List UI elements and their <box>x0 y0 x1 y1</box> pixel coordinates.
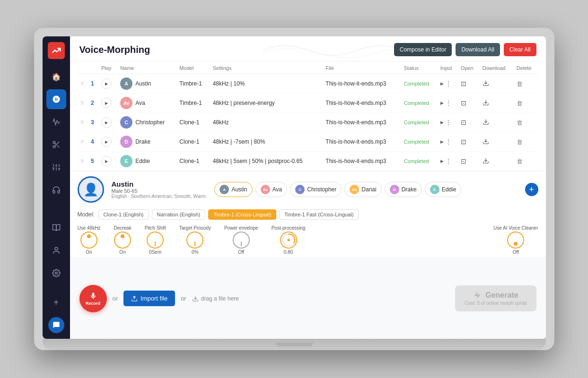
voice-tab-eddie[interactable]: E Eddie <box>425 182 462 197</box>
sidebar-item-headphones[interactable] <box>46 180 66 200</box>
row-download[interactable] <box>480 94 514 113</box>
download-icon[interactable] <box>483 119 489 127</box>
row-download[interactable] <box>480 113 514 132</box>
row-play[interactable]: ▶ <box>98 113 117 132</box>
voice-tab-danai[interactable]: Da Danai <box>344 182 381 197</box>
row-input[interactable]: ▶ ⋮ <box>438 113 458 132</box>
control-target-prosody-knob[interactable] <box>186 232 203 249</box>
row-delete[interactable]: 🗑 <box>514 94 538 113</box>
delete-icon[interactable]: 🗑 <box>517 80 523 87</box>
input-play-icon[interactable]: ▶ <box>440 81 444 86</box>
play-button-2[interactable]: ▶ <box>101 117 112 128</box>
model-btn-timbre-1-(cross-lingual)[interactable]: Timbre-1 (Cross-Lingual) <box>208 209 276 220</box>
download-icon[interactable] <box>483 100 489 107</box>
voice-description: English · Southern-American, Smooth, War… <box>112 194 207 199</box>
input-dots-icon[interactable]: ⋮ <box>446 158 451 164</box>
input-dots-icon[interactable]: ⋮ <box>446 80 451 87</box>
row-open[interactable]: ⊡ <box>458 74 480 94</box>
play-button-4[interactable]: ▶ <box>101 156 112 166</box>
sidebar-item-waveform[interactable] <box>46 112 66 132</box>
voice-tab-austin[interactable]: A Austin <box>214 182 252 197</box>
row-delete[interactable]: 🗑 <box>514 152 538 171</box>
row-play[interactable]: ▶ <box>98 132 117 152</box>
sidebar-item-scissors[interactable] <box>46 135 66 155</box>
delete-icon[interactable]: 🗑 <box>517 138 523 146</box>
row-open[interactable]: ⊡ <box>458 94 480 113</box>
sidebar-item-home[interactable]: 🏠 <box>46 67 66 86</box>
control-power-envelope-knob[interactable] <box>233 232 250 249</box>
row-open[interactable]: ⊡ <box>458 152 480 171</box>
input-dots-icon[interactable]: ⋮ <box>446 119 451 126</box>
sidebar-item-equalizer[interactable] <box>46 157 66 177</box>
row-play[interactable]: ▶ <box>98 74 117 94</box>
open-icon[interactable]: ⊡ <box>461 138 466 146</box>
sidebar-item-add[interactable]: + <box>46 292 66 312</box>
row-drag-handle[interactable]: ⠿ <box>78 74 88 94</box>
sidebar-item-voice-morphing[interactable] <box>46 89 66 109</box>
model-btn-narration-(english)[interactable]: Narration (English) <box>152 209 206 220</box>
row-download[interactable] <box>480 132 514 152</box>
sidebar-item-settings[interactable] <box>46 263 66 283</box>
open-icon[interactable]: ⊡ <box>461 80 466 87</box>
row-delete[interactable]: 🗑 <box>514 113 538 132</box>
add-voice-button[interactable]: + <box>525 183 538 196</box>
row-drag-handle[interactable]: ⠿ <box>78 94 88 113</box>
control-use-48khz-knob[interactable] <box>80 232 97 249</box>
play-button-1[interactable]: ▶ <box>101 98 112 108</box>
row-open[interactable]: ⊡ <box>458 132 480 152</box>
input-play-icon[interactable]: ▶ <box>440 139 444 144</box>
open-icon[interactable]: ⊡ <box>461 99 466 107</box>
sidebar-item-book[interactable] <box>46 218 66 238</box>
row-play[interactable]: ▶ <box>98 94 117 113</box>
input-play-icon[interactable]: ▶ <box>440 101 444 105</box>
row-drag-handle[interactable]: ⠿ <box>78 152 88 171</box>
delete-icon[interactable]: 🗑 <box>517 119 523 126</box>
import-file-button[interactable]: Import file <box>123 291 175 306</box>
input-play-icon[interactable]: ▶ <box>440 120 444 125</box>
delete-icon[interactable]: 🗑 <box>517 158 523 165</box>
row-play[interactable]: ▶ <box>98 152 117 171</box>
control-ai-cleaner-knob[interactable] <box>507 232 524 249</box>
row-download[interactable] <box>480 74 514 94</box>
download-icon[interactable] <box>483 158 489 165</box>
row-input[interactable]: ▶ ⋮ <box>438 152 458 171</box>
row-avatar: C <box>120 116 132 129</box>
input-play-icon[interactable]: ▶ <box>440 159 444 163</box>
compose-in-editor-button[interactable]: Compose in Editor <box>394 43 452 56</box>
clear-all-button[interactable]: Clear All <box>504 43 536 56</box>
model-btn-clone-1-(english)[interactable]: Clone-1 (English) <box>98 209 149 220</box>
download-all-button[interactable]: Download All <box>456 43 500 56</box>
drag-drop-area[interactable]: drag a file here <box>192 295 239 302</box>
input-dots-icon[interactable]: ⋮ <box>446 100 451 106</box>
row-drag-handle[interactable]: ⠿ <box>78 113 88 132</box>
play-button-3[interactable]: ▶ <box>101 137 112 147</box>
record-button[interactable]: Record <box>79 285 107 312</box>
row-input[interactable]: ▶ ⋮ <box>438 94 458 113</box>
row-delete[interactable]: 🗑 <box>514 132 538 152</box>
svg-marker-25 <box>474 292 481 299</box>
download-icon[interactable] <box>483 138 489 146</box>
download-icon[interactable] <box>483 80 489 88</box>
sidebar-item-user[interactable] <box>46 241 66 260</box>
row-input[interactable]: ▶ ⋮ <box>438 74 458 94</box>
voice-tab-drake[interactable]: D Drake <box>385 182 422 197</box>
model-btn-timbre-1-fast-(cross-lingual)[interactable]: Timbre-1 Fast (Cross-Lingual) <box>279 209 359 220</box>
control-post-processing-knob[interactable] <box>280 232 297 249</box>
delete-icon[interactable]: 🗑 <box>517 100 523 107</box>
chat-bubble[interactable] <box>48 317 64 333</box>
input-dots-icon[interactable]: ⋮ <box>446 138 451 145</box>
row-input[interactable]: ▶ ⋮ <box>438 132 458 152</box>
row-open[interactable]: ⊡ <box>458 113 480 132</box>
play-button-0[interactable]: ▶ <box>101 78 112 89</box>
voice-tab-ava[interactable]: Av Ava <box>255 182 287 197</box>
generate-button[interactable]: Generate Cost: 0 of online morph quota <box>455 285 536 311</box>
row-delete[interactable]: 🗑 <box>514 74 538 94</box>
voice-tab-christopher[interactable]: C Christopher <box>290 182 342 197</box>
row-drag-handle[interactable]: ⠿ <box>78 132 88 152</box>
control-pitch-shift-knob[interactable] <box>147 232 164 249</box>
open-icon[interactable]: ⊡ <box>461 157 466 165</box>
row-download[interactable] <box>480 152 514 171</box>
control-decreak-knob[interactable] <box>114 232 131 249</box>
open-icon[interactable]: ⊡ <box>461 119 466 126</box>
app-logo[interactable] <box>48 42 65 59</box>
